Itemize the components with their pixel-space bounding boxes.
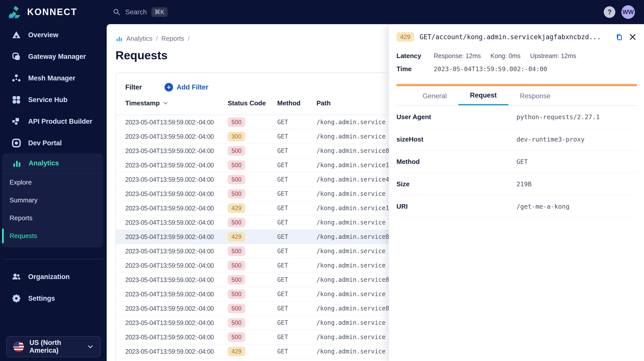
table-body: 2023-05-04T13:59:59.002:-04:00 500 GET /… <box>116 115 402 359</box>
table-row[interactable]: 2023-05-04T13:59:59.002:-04:00 500 GET /… <box>116 301 402 316</box>
tab-general[interactable]: General <box>411 87 458 105</box>
close-button[interactable] <box>628 33 637 41</box>
table-row[interactable]: 2023-05-04T13:59:59.002:-04:00 429 GET /… <box>116 230 402 244</box>
sidebar-item-apibuilder[interactable]: API Product Builder <box>0 111 107 132</box>
table-row[interactable]: 2023-05-04T13:59:59.002:-04:00 500 GET /… <box>116 172 402 187</box>
table-row[interactable]: 2023-05-04T13:59:59.002:-04:00 500 GET /… <box>116 316 402 330</box>
brand-logo[interactable]: KONNECT <box>8 5 103 19</box>
timestamp-cell: 2023-05-04T13:59:59.002:-04:00 <box>125 162 228 169</box>
detail-label: User Agent <box>396 113 516 121</box>
help-button[interactable]: ? <box>604 6 615 18</box>
column-timestamp[interactable]: Timestamp <box>125 99 228 107</box>
status-badge: 429 <box>396 32 414 42</box>
servicehub-icon <box>12 95 21 105</box>
tab-request[interactable]: Request <box>458 87 508 105</box>
user-avatar[interactable]: WW <box>621 5 635 19</box>
time-label: Time <box>396 65 434 73</box>
detail-value: dev-runtime3-proxy <box>516 136 637 143</box>
sidebar-item-overview[interactable]: Overview <box>0 24 107 46</box>
column-method[interactable]: Method <box>277 99 316 107</box>
latency-part: Kong: 0ms <box>491 52 521 60</box>
analytics-subitem[interactable]: Reports <box>2 209 103 227</box>
method-cell: GET <box>277 205 316 212</box>
column-status-code[interactable]: Status Code <box>228 99 277 107</box>
timestamp-cell: 2023-05-04T13:59:59.002:-04:00 <box>125 262 228 269</box>
status-badge: 500 <box>228 146 245 156</box>
latency-part: Response: 12ms <box>434 52 481 60</box>
region-selector[interactable]: US (North America) <box>6 336 101 357</box>
timestamp-cell: 2023-05-04T13:59:59.002:-04:00 <box>125 205 228 212</box>
method-cell: GET <box>277 219 316 226</box>
detail-label: URI <box>396 203 516 210</box>
table-row[interactable]: 2023-05-04T13:59:59.002:-04:00 300 GET /… <box>116 129 402 144</box>
table-row[interactable]: 2023-05-04T13:59:59.002:-04:00 500 GET /… <box>116 187 402 201</box>
table-row[interactable]: 2023-05-04T13:59:59.002:-04:00 500 GET /… <box>116 144 402 158</box>
status-badge: 500 <box>228 304 245 313</box>
sidebar-item-mesh[interactable]: Mesh Manager <box>0 67 107 89</box>
status-badge: 500 <box>228 332 245 342</box>
add-filter-button[interactable]: + Add Filter <box>165 83 208 92</box>
sidebar-item-devportal[interactable]: Dev Portal <box>0 132 107 154</box>
search-input[interactable]: Search ⌘K <box>113 7 168 17</box>
timestamp-cell: 2023-05-04T13:59:59.002:-04:00 <box>125 233 228 241</box>
timestamp-cell: 2023-05-04T13:59:59.002:-04:00 <box>125 119 228 126</box>
copy-button[interactable] <box>615 33 623 41</box>
table-row[interactable]: 2023-05-04T13:59:59.002:-04:00 500 GET /… <box>116 244 402 258</box>
sidebar-item-gear[interactable]: Settings <box>0 288 107 309</box>
timestamp-cell: 2023-05-04T13:59:59.002:-04:00 <box>125 348 228 355</box>
breadcrumb-separator: / <box>188 35 189 42</box>
analytics-subitem[interactable]: Explore <box>2 173 103 191</box>
analytics-section: Analytics Explore Summary Reports Reques… <box>2 153 103 247</box>
sidebar-item-gateway[interactable]: Gateway Manager <box>0 46 107 67</box>
request-detail-drawer: 429 GET/account/kong.admin.servicekjagfa… <box>389 24 644 361</box>
detail-label: Size <box>396 180 516 188</box>
table-row[interactable]: 2023-05-04T13:59:59.002:-04:00 429 GET /… <box>116 201 402 215</box>
timestamp-cell: 2023-05-04T13:59:59.002:-04:00 <box>125 190 228 198</box>
status-badge: 500 <box>228 261 245 270</box>
latency-label: Latency <box>396 52 434 60</box>
method-cell: GET <box>277 334 316 341</box>
timestamp-cell: 2023-05-04T13:59:59.002:-04:00 <box>125 305 228 312</box>
sidebar-item-analytics[interactable]: Analytics <box>2 153 103 173</box>
analytics-subitem[interactable]: Requests <box>2 227 103 245</box>
analytics-subitem[interactable]: Summary <box>2 191 103 209</box>
table-row[interactable]: 2023-05-04T13:59:59.002:-04:00 500 GET /… <box>116 115 402 129</box>
tab-response[interactable]: Response <box>508 87 562 105</box>
table-header: Timestamp Status Code Method Path <box>116 92 402 115</box>
chevron-down-icon <box>87 343 94 350</box>
method-cell: GET <box>277 133 316 140</box>
detail-row: Method GET <box>396 151 637 173</box>
sidebar-item-servicehub[interactable]: Service Hub <box>0 89 107 111</box>
analytics-icon <box>12 159 22 168</box>
search-placeholder: Search <box>125 8 147 16</box>
timestamp-cell: 2023-05-04T13:59:59.002:-04:00 <box>125 291 228 298</box>
table-row[interactable]: 2023-05-04T13:59:59.002:-04:00 500 GET /… <box>116 158 402 172</box>
status-badge: 500 <box>228 117 245 127</box>
table-row[interactable]: 2023-05-04T13:59:59.002:-04:00 500 GET /… <box>116 330 402 344</box>
method-cell: GET <box>277 162 316 169</box>
status-badge: 429 <box>228 347 245 356</box>
gateway-icon <box>12 52 21 61</box>
method-cell: GET <box>277 147 316 154</box>
breadcrumb-analytics[interactable]: Analytics <box>126 35 152 42</box>
top-bar: KONNECT Search ⌘K ? WW <box>0 0 644 24</box>
breadcrumb-reports[interactable]: Reports <box>161 35 184 42</box>
table-row[interactable]: 2023-05-04T13:59:59.002:-04:00 500 GET /… <box>116 258 402 273</box>
status-badge: 500 <box>228 175 245 184</box>
status-badge: 429 <box>228 232 245 242</box>
apibuilder-icon <box>12 117 21 126</box>
table-row[interactable]: 2023-05-04T13:59:59.002:-04:00 500 GET /… <box>116 273 402 287</box>
detail-label: sizeHost <box>396 136 516 143</box>
detail-row: Size 219B <box>396 173 637 195</box>
devportal-icon <box>12 138 21 148</box>
timestamp-cell: 2023-05-04T13:59:59.002:-04:00 <box>125 176 228 183</box>
time-row: Time 2023-05-04T13:59:59.002:-04:00 <box>396 62 637 75</box>
table-row[interactable]: 2023-05-04T13:59:59.002:-04:00 429 GET /… <box>116 344 402 359</box>
timestamp-cell: 2023-05-04T13:59:59.002:-04:00 <box>125 248 228 255</box>
table-row[interactable]: 2023-05-04T13:59:59.002:-04:00 500 GET /… <box>116 215 402 230</box>
sidebar-item-users[interactable]: Organization <box>0 266 107 288</box>
close-icon <box>628 33 637 41</box>
brand-name: KONNECT <box>27 7 77 17</box>
sidebar: Overview Gateway Manager Mesh Manager Se… <box>0 24 107 361</box>
table-row[interactable]: 2023-05-04T13:59:59.002:-04:00 500 GET /… <box>116 287 402 301</box>
